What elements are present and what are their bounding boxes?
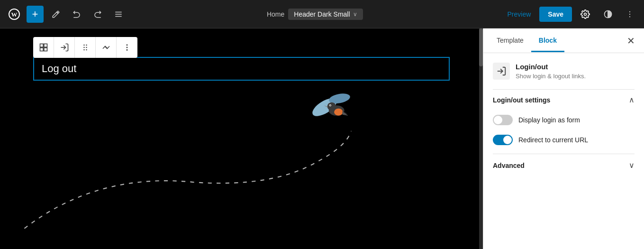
canvas: Log out [0, 28, 483, 249]
svg-point-26 [329, 105, 345, 116]
toggle-redirect-label: Redirect to current URL [518, 136, 588, 144]
add-block-button[interactable]: + [27, 6, 44, 23]
svg-point-5 [584, 13, 587, 15]
list-view-button[interactable] [110, 6, 127, 23]
block-info: Login/out Show login & logout links. [493, 63, 635, 80]
toggle-display-login-label: Display login as form [518, 116, 580, 124]
scrollbar[interactable] [479, 28, 483, 249]
toggle-display-login-knob [494, 116, 502, 124]
svg-text:W: W [11, 11, 18, 18]
svg-point-15 [83, 45, 85, 46]
svg-point-24 [310, 95, 339, 120]
topbar-center: Home Header Dark Small ∨ [131, 9, 499, 20]
svg-point-25 [328, 92, 351, 105]
sidebar-content: Login/out Show login & logout links. Log… [483, 53, 644, 186]
svg-point-7 [629, 11, 630, 12]
svg-point-27 [334, 109, 343, 116]
svg-point-19 [83, 49, 85, 51]
block-toolbar-login-out[interactable] [54, 37, 75, 58]
svg-point-18 [86, 47, 87, 48]
tab-block[interactable]: Block [531, 30, 564, 52]
layout: Log out [0, 28, 644, 249]
scrollbar-thumb[interactable] [479, 28, 483, 66]
svg-point-22 [127, 47, 128, 48]
more-options-button[interactable] [621, 6, 638, 23]
preview-button[interactable]: Preview [503, 8, 536, 21]
breadcrumb-chip[interactable]: Header Dark Small ∨ [288, 9, 363, 20]
block-toolbar-drag[interactable] [75, 37, 96, 58]
toggle-display-login-row: Display login as form [493, 110, 635, 130]
block-toolbar-select-parent[interactable] [33, 37, 54, 58]
svg-rect-10 [40, 44, 43, 47]
topbar: W + Home Header Dark Small ∨ Preview Sav… [0, 0, 644, 28]
svg-point-20 [86, 49, 87, 51]
advanced-title: Advanced [493, 162, 525, 169]
svg-point-30 [329, 104, 331, 106]
svg-point-8 [629, 13, 630, 14]
svg-marker-29 [324, 105, 327, 107]
edit-icon-button[interactable] [47, 6, 64, 23]
svg-rect-11 [44, 44, 47, 47]
svg-point-28 [327, 102, 336, 111]
tab-template[interactable]: Template [489, 30, 531, 52]
block-toolbar [33, 37, 137, 58]
svg-rect-13 [44, 48, 47, 51]
block-toolbar-more[interactable] [117, 37, 137, 58]
svg-point-31 [330, 105, 331, 106]
block-description: Show login & logout links. [516, 73, 586, 80]
toggle-redirect-knob [503, 136, 512, 144]
svg-rect-12 [40, 48, 43, 51]
toggle-display-login-switch[interactable] [493, 115, 513, 125]
svg-point-21 [127, 44, 128, 46]
svg-point-9 [629, 16, 630, 17]
svg-point-16 [86, 45, 87, 46]
log-out-block[interactable]: Log out [33, 57, 450, 81]
log-out-text: Log out [42, 63, 76, 74]
wp-logo: W [6, 6, 23, 23]
redo-button[interactable] [89, 6, 106, 23]
toggle-redirect-row: Redirect to current URL [493, 130, 635, 150]
settings-section-header[interactable]: Login/out settings ∧ [493, 89, 635, 110]
sidebar: Template Block ✕ Login/out Show login & … [483, 28, 644, 249]
svg-marker-32 [343, 111, 347, 113]
svg-point-23 [127, 49, 128, 51]
block-info-text: Login/out Show login & logout links. [516, 63, 586, 80]
block-toolbar-move[interactable] [96, 37, 117, 58]
contrast-button[interactable] [599, 5, 617, 24]
sidebar-tabs: Template Block ✕ [483, 28, 644, 53]
toggle-redirect-switch[interactable] [493, 135, 513, 145]
svg-marker-33 [343, 111, 348, 116]
undo-button[interactable] [68, 6, 85, 23]
settings-button[interactable] [576, 5, 595, 24]
svg-point-17 [83, 47, 85, 48]
block-title: Login/out [516, 63, 586, 71]
breadcrumb-chevron-icon: ∨ [353, 11, 357, 18]
advanced-chevron-icon: ∨ [629, 161, 635, 170]
advanced-section-header[interactable]: Advanced ∨ [493, 154, 635, 176]
topbar-right: Preview Save [503, 5, 639, 24]
block-type-icon [493, 63, 510, 80]
sidebar-close-button[interactable]: ✕ [623, 33, 638, 48]
settings-section-title: Login/out settings [493, 96, 550, 104]
settings-chevron-icon: ∧ [629, 95, 635, 104]
breadcrumb-home: Home [267, 10, 284, 18]
save-button[interactable]: Save [539, 7, 572, 22]
breadcrumb-chip-label: Header Dark Small [294, 10, 350, 18]
